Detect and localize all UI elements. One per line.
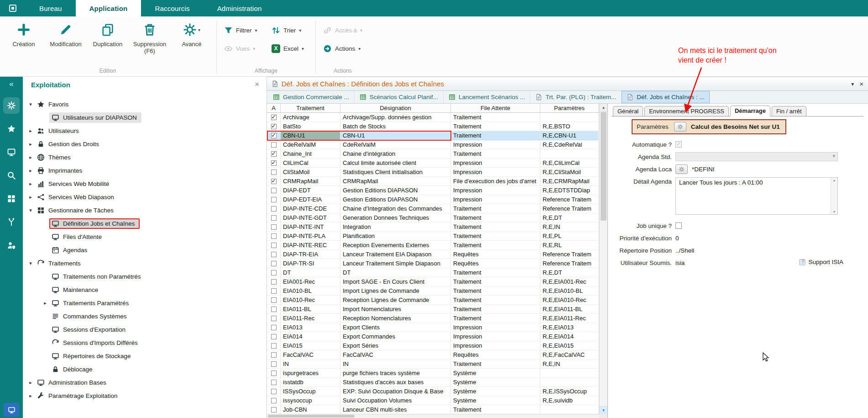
- sidebar-close-icon[interactable]: [255, 80, 259, 89]
- table-row[interactable]: CdeRelValMCdeRelValMImpressionR,E,CdeRel…: [267, 140, 599, 149]
- parametres-picker-button[interactable]: [674, 122, 686, 132]
- column-header-0[interactable]: A: [267, 104, 281, 112]
- table-row[interactable]: Chaine_IntChaine d'intégrationTraitement: [267, 149, 599, 159]
- sidebar-item[interactable]: ▸Paramétrage Exploitation: [23, 389, 267, 402]
- scroll-down-icon[interactable]: [600, 406, 607, 414]
- window-menu-icon[interactable]: [851, 81, 854, 87]
- acces-a-button[interactable]: Accès à: [319, 26, 366, 35]
- table-row[interactable]: EIA010-BLImport Lignes de CommandeTraite…: [267, 286, 599, 296]
- table-row[interactable]: ispurgetracespurge fichiers traces systè…: [267, 369, 599, 378]
- row-checkbox[interactable]: [271, 243, 277, 248]
- expander-down-icon[interactable]: ▾: [26, 260, 35, 266]
- table-row[interactable]: DIAP-INTE-INTIntegrationTraitementR,E,IN: [267, 222, 599, 232]
- expander-down-icon[interactable]: ▾: [26, 207, 35, 213]
- row-checkbox[interactable]: [271, 334, 277, 339]
- expander-right-icon[interactable]: ▸: [26, 154, 35, 160]
- sidebar-item[interactable]: ▸Services Web Mobilité: [23, 177, 267, 190]
- table-row[interactable]: Job-CBNLanceur CBN multi-sitesTraitement: [267, 405, 599, 414]
- table-row[interactable]: EIA013Export ClientsImpressionR,E,EIA013: [267, 323, 599, 332]
- table-row[interactable]: EIA015Export SériesImpressionR,E,EIA015: [267, 341, 599, 350]
- excel-button[interactable]: Excel: [268, 44, 312, 53]
- window-close-icon[interactable]: [859, 80, 863, 88]
- document-tab[interactable]: Déf. Jobs et Chaînes : ...: [622, 91, 710, 103]
- table-row[interactable]: DTDTTraitementR,E,DT: [267, 268, 599, 277]
- rail-desktop-button[interactable]: [3, 144, 20, 160]
- row-checkbox[interactable]: [271, 252, 277, 257]
- actions-button[interactable]: Actions: [319, 44, 366, 53]
- sidebar-item[interactable]: ▾Traitements: [23, 257, 267, 270]
- rail-desktop-switch-button[interactable]: [4, 403, 19, 417]
- scrollbar-thumb[interactable]: [601, 112, 607, 221]
- modification-button[interactable]: Modification: [45, 17, 87, 48]
- job-unique-checkbox[interactable]: [675, 222, 682, 229]
- table-row[interactable]: CBN-U1CBN-U1TraitementR,E,CBN-U1: [267, 131, 599, 140]
- avance-button[interactable]: Avancé: [171, 17, 213, 48]
- row-checkbox[interactable]: [271, 224, 277, 230]
- row-checkbox[interactable]: [271, 398, 277, 403]
- table-row[interactable]: EIA010-RecReception Lignes de CommandeTr…: [267, 296, 599, 305]
- table-row[interactable]: EIA011-RecReception NomenclaturesTraitem…: [267, 314, 599, 323]
- row-checkbox[interactable]: [271, 160, 277, 166]
- rail-search-button[interactable]: [3, 167, 20, 184]
- vues-button[interactable]: Vues: [220, 44, 268, 53]
- filtrer-button[interactable]: Filtrer: [220, 26, 268, 35]
- row-checkbox[interactable]: [271, 206, 277, 212]
- row-checkbox[interactable]: [271, 124, 277, 129]
- row-checkbox[interactable]: [271, 370, 277, 376]
- detail-tab[interactable]: Général: [613, 106, 643, 116]
- column-header-2[interactable]: Désignation: [340, 104, 451, 112]
- row-checkbox[interactable]: [271, 389, 277, 394]
- expander-right-icon[interactable]: ▸: [26, 181, 35, 187]
- table-row[interactable]: DIAP-EDT-EIAGestion Editions DIAPASONImp…: [267, 195, 599, 204]
- row-checkbox[interactable]: [271, 142, 277, 148]
- expander-right-icon[interactable]: ▸: [26, 128, 35, 134]
- sidebar-item[interactable]: Maintenance: [23, 283, 267, 296]
- expander-right-icon[interactable]: ▸: [41, 300, 49, 306]
- row-checkbox[interactable]: [271, 270, 277, 275]
- document-tab[interactable]: Lancement Scénarios ...: [444, 91, 531, 103]
- menu-application[interactable]: Application: [76, 0, 141, 16]
- document-tab[interactable]: Scénarios Calcul Planif...: [355, 91, 444, 103]
- rail-favorites-button[interactable]: [3, 121, 20, 137]
- detail-tab[interactable]: Fin / arrêt: [772, 106, 806, 116]
- table-horizontal-scrollbar[interactable]: [267, 414, 599, 418]
- table-row[interactable]: CRMRapMailCRMRapMailFile d'execution des…: [267, 177, 599, 186]
- sidebar-item[interactable]: ▾Gestionnaire de Tâches: [23, 204, 267, 217]
- row-checkbox[interactable]: [271, 343, 277, 349]
- row-checkbox[interactable]: [271, 297, 277, 303]
- detail-tab[interactable]: Environnement PROGRESS: [644, 106, 729, 116]
- table-row[interactable]: DIAP-INTE-RECReception Evenements Extern…: [267, 241, 599, 250]
- row-checkbox[interactable]: [271, 133, 277, 138]
- table-row[interactable]: ArchivageArchivage/Supp. données gestion…: [267, 113, 599, 122]
- table-row[interactable]: DIAP-TR-SILanceur Traitement Simple Diap…: [267, 259, 599, 268]
- table-row[interactable]: DIAP-INTE-GDTGeneration Donnees Techniqu…: [267, 213, 599, 222]
- sidebar-item[interactable]: Sessions d'Imports Différés: [23, 336, 267, 349]
- sidebar-item[interactable]: Répertoires de Stockage: [23, 349, 267, 363]
- scrollbar-thumb[interactable]: [268, 415, 355, 418]
- table-row[interactable]: EIA014Export CommandesImpressionR,E,EIA0…: [267, 332, 599, 341]
- expander-right-icon[interactable]: ▸: [26, 393, 35, 399]
- suppression-button[interactable]: Suppression(F6): [129, 17, 171, 54]
- row-checkbox[interactable]: [271, 325, 277, 330]
- menu-raccourcis[interactable]: Raccourcis: [141, 0, 203, 16]
- table-row[interactable]: CliStaMoilStatistiques Client initialisa…: [267, 168, 599, 177]
- document-tab[interactable]: Gestion Commerciale ...: [268, 91, 355, 103]
- row-checkbox[interactable]: [271, 380, 277, 385]
- row-checkbox[interactable]: [271, 115, 277, 120]
- creation-button[interactable]: Création: [3, 17, 45, 48]
- column-header-3[interactable]: File Attente: [451, 104, 540, 112]
- trier-button[interactable]: Trier: [268, 26, 312, 35]
- sidebar-item[interactable]: ▸Traitements Paramétrés: [23, 296, 267, 310]
- rail-modules-button[interactable]: [3, 97, 20, 114]
- row-checkbox[interactable]: [271, 288, 277, 294]
- row-checkbox[interactable]: [271, 169, 277, 175]
- column-header-4[interactable]: Paramètres: [540, 104, 599, 112]
- sidebar-item[interactable]: ▾Favoris: [23, 98, 267, 111]
- detail-tab[interactable]: Démarrage: [730, 106, 770, 116]
- scroll-down-icon[interactable]: [833, 210, 836, 213]
- help-icon[interactable]: [799, 259, 805, 265]
- sidebar-item[interactable]: ▸Services Web Diapason: [23, 190, 267, 204]
- textarea-scrollbar[interactable]: [831, 178, 837, 214]
- agenda-std-select[interactable]: [675, 152, 838, 161]
- table-row[interactable]: DIAP-INTE-PLAPlanificationTraitementR,E,…: [267, 232, 599, 241]
